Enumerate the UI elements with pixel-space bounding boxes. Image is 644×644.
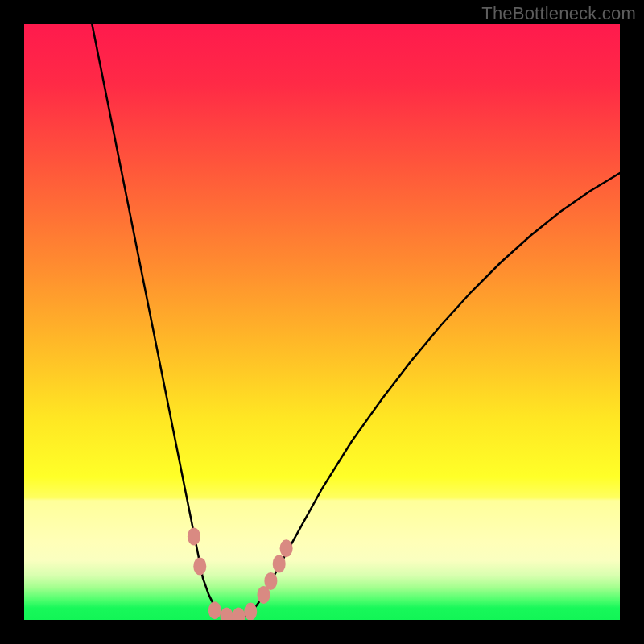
curve-markers bbox=[188, 527, 293, 620]
curve-marker bbox=[193, 557, 206, 575]
plot-area bbox=[24, 24, 620, 620]
curve-marker bbox=[264, 572, 277, 590]
curve-marker bbox=[244, 603, 257, 620]
curve-marker bbox=[232, 608, 245, 620]
curve-marker bbox=[188, 527, 200, 545]
watermark-label: TheBottleneck.com bbox=[481, 3, 636, 24]
curve-marker bbox=[280, 539, 293, 557]
curve-layer bbox=[24, 24, 620, 620]
curve-marker bbox=[208, 601, 221, 619]
curve-marker bbox=[273, 555, 286, 572]
bottleneck-curve bbox=[89, 24, 620, 617]
curve-marker bbox=[221, 608, 233, 620]
chart-frame: TheBottleneck.com bbox=[0, 0, 644, 644]
